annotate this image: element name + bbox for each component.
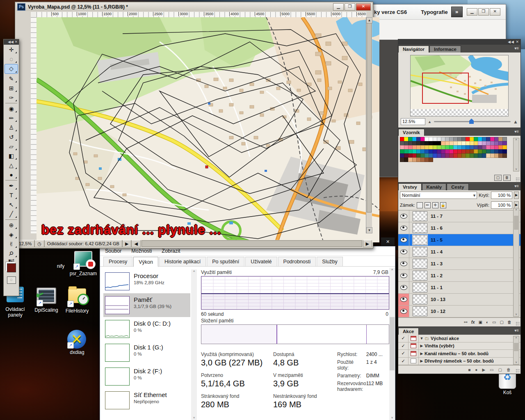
lock-pixels-icon[interactable]: ✏ bbox=[425, 202, 431, 208]
action-row[interactable]: ✓▼🗀Výchozí akce bbox=[398, 335, 520, 342]
tm-tab-podrobnosti[interactable]: Podrobnosti bbox=[278, 257, 316, 266]
path-selection-tool[interactable]: ↖ bbox=[5, 200, 18, 209]
delete-swatch-button[interactable]: 🗑 bbox=[503, 175, 511, 181]
tm-tab-historie-aplikací[interactable]: Historie aplikací bbox=[159, 257, 206, 266]
layer-thumbnail[interactable] bbox=[413, 235, 427, 245]
layer-visibility-toggle[interactable] bbox=[398, 222, 409, 234]
tab-layers[interactable]: Vrstvy bbox=[398, 183, 422, 190]
action-row[interactable]: ✓▶Dřevěný rámeček – 50 obr. bodů bbox=[398, 358, 520, 365]
crop-tool[interactable]: ⊞ bbox=[5, 84, 18, 93]
fill-value[interactable]: 100 % bbox=[491, 201, 512, 209]
layer-row[interactable]: 11 - 5 bbox=[398, 234, 520, 246]
layer-thumbnail[interactable] bbox=[413, 271, 427, 281]
scroll-down-arrow[interactable]: ▼ bbox=[366, 227, 372, 233]
layer-visibility-toggle[interactable] bbox=[398, 258, 409, 269]
lock-transparency-icon[interactable] bbox=[417, 202, 423, 208]
layer-row[interactable]: 11 - 7 bbox=[398, 210, 520, 222]
desktop-icon-dxdiag[interactable]: ↗ dxdiag bbox=[60, 330, 94, 356]
tab-actions[interactable]: Akce bbox=[398, 328, 419, 335]
doc-horizontal-scrollbar[interactable] bbox=[142, 240, 362, 247]
app-minimize-button[interactable]: ▁ bbox=[467, 8, 477, 16]
eraser-tool[interactable]: ▱ bbox=[5, 142, 18, 151]
layer-thumbnail[interactable] bbox=[413, 306, 427, 316]
color-swatch[interactable] bbox=[429, 158, 433, 162]
statusbar-expand-arrow[interactable]: ▶ bbox=[122, 240, 131, 247]
new-action-icon[interactable]: ▢ bbox=[498, 368, 502, 372]
blend-mode-dropdown[interactable]: Normální bbox=[400, 192, 477, 199]
action-dialog-toggle[interactable] bbox=[409, 350, 419, 357]
navigator-zoom-field[interactable]: 12.5% bbox=[401, 118, 425, 125]
hscroll-left-arrow[interactable]: ◀ bbox=[131, 240, 140, 247]
menu-soubor[interactable]: Soubor bbox=[105, 248, 121, 254]
tab-info[interactable]: Informace bbox=[429, 46, 461, 52]
tab-swatches[interactable]: Vzorník bbox=[398, 129, 425, 136]
healing-brush-tool[interactable]: ◉ bbox=[5, 104, 18, 113]
panel-menu-icon[interactable]: ▾≡ bbox=[514, 129, 519, 134]
action-dialog-toggle[interactable] bbox=[409, 342, 419, 350]
layer-thumbnail[interactable] bbox=[413, 259, 427, 269]
layer-row[interactable]: 11 - 1 bbox=[398, 282, 520, 294]
zoom-slider-handle[interactable] bbox=[469, 119, 474, 124]
expand-triangle-icon[interactable]: ▼ bbox=[419, 336, 425, 340]
taskmanager-scrollbar[interactable]: ˄˅ bbox=[389, 268, 395, 420]
new-group-icon[interactable]: ▭ bbox=[492, 320, 496, 324]
tab-paths[interactable]: Cesty bbox=[447, 183, 468, 190]
layer-visibility-toggle[interactable] bbox=[398, 282, 409, 293]
tm-tab-procesy[interactable]: Procesy bbox=[103, 257, 132, 266]
lock-all-icon[interactable]: 🔒 bbox=[440, 202, 446, 208]
zoom-out-icon[interactable]: ▲ bbox=[428, 120, 431, 124]
tm-tab-uživatelé[interactable]: Uživatelé bbox=[245, 257, 277, 266]
line-tool[interactable]: ╱ bbox=[5, 210, 18, 219]
layer-row[interactable]: 10 - 13 bbox=[398, 294, 520, 306]
marquee-tool[interactable]: ◌ bbox=[5, 55, 18, 64]
layer-thumbnail[interactable] bbox=[413, 283, 427, 292]
doc-restore-button[interactable]: ❐ bbox=[345, 3, 355, 11]
expand-triangle-icon[interactable]: ▶ bbox=[419, 359, 425, 363]
delete-layer-icon[interactable]: 🗑 bbox=[507, 320, 511, 324]
hand-tool[interactable]: ✌ bbox=[5, 240, 18, 249]
actions-scrollbar[interactable]: ˄˅ bbox=[513, 336, 519, 365]
lock-position-icon[interactable]: ✛ bbox=[432, 202, 438, 208]
tm-sidebar-disk-2-f-[interactable]: Disk 2 (F:)0 % bbox=[103, 365, 190, 388]
navigator-view-rectangle[interactable] bbox=[422, 73, 469, 104]
eyedropper-tool[interactable]: ✑ bbox=[5, 93, 18, 102]
panel-resize-grip[interactable] bbox=[516, 177, 520, 181]
link-layers-icon[interactable]: ⚯ bbox=[464, 320, 467, 324]
action-checkbox[interactable]: ✓ bbox=[398, 342, 409, 350]
layer-row[interactable]: 11 - 6 bbox=[398, 222, 520, 234]
panel-menu-icon[interactable]: ▾≡ bbox=[514, 328, 519, 333]
layer-row[interactable]: 11 - 4 bbox=[398, 246, 520, 258]
move-tool[interactable]: ✛ bbox=[5, 45, 18, 54]
layer-style-icon[interactable]: fx bbox=[471, 320, 475, 324]
tm-tab-služby[interactable]: Služby bbox=[317, 257, 343, 266]
desktop-icon-psr-zaznam[interactable]: ↗ psr_Zaznam bbox=[66, 249, 100, 277]
quick-selection-tool[interactable]: ✎ bbox=[5, 74, 18, 83]
tm-tab-výkon[interactable]: Výkon bbox=[133, 257, 158, 267]
delete-action-icon[interactable]: 🗑 bbox=[507, 368, 511, 372]
navigator-thumbnail[interactable] bbox=[410, 55, 509, 116]
layer-thumbnail[interactable] bbox=[413, 211, 427, 221]
scroll-up-arrow[interactable]: ▲ bbox=[366, 17, 372, 23]
new-layer-icon[interactable]: ▢ bbox=[500, 320, 504, 324]
opacity-spinner[interactable]: ▶ bbox=[514, 192, 519, 199]
sidebar-scrollbar[interactable]: ˄˅ bbox=[191, 269, 197, 420]
tm-sidebar-disk-1-g-[interactable]: Disk 1 (G:)0 % bbox=[103, 341, 190, 365]
workspace-switcher-left[interactable]: ky verze CS6 bbox=[374, 9, 407, 15]
app-restore-button[interactable]: ❐ bbox=[478, 8, 489, 16]
navigator-zoom-slider[interactable] bbox=[434, 121, 511, 122]
panel-menu-icon[interactable]: ▾≡ bbox=[514, 46, 519, 50]
clone-stamp-tool[interactable]: ♙ bbox=[5, 123, 18, 132]
record-action-icon[interactable]: ● bbox=[475, 368, 477, 372]
panel-menu-icon[interactable]: ▾≡ bbox=[514, 184, 519, 188]
document-titlebar[interactable]: Ps Vyroba_Mapa.psd @ 12,5% (11 - 5,RGB/8… bbox=[16, 3, 372, 11]
action-checkbox[interactable]: ✓ bbox=[398, 350, 409, 357]
layers-scrollbar[interactable]: ˄˅ bbox=[513, 208, 519, 317]
expand-triangle-icon[interactable]: ▶ bbox=[419, 344, 425, 348]
paint-bucket-tool[interactable]: ◧ bbox=[5, 151, 18, 160]
tm-sidebar-disk-0-c-d-[interactable]: Disk 0 (C: D:)0 % bbox=[103, 317, 190, 341]
document-canvas[interactable]: bez zadrhávání ... plynule ... bbox=[37, 17, 379, 242]
tm-tab-po-spuštění[interactable]: Po spuštění bbox=[207, 257, 244, 266]
foreground-color-swatch[interactable] bbox=[7, 263, 16, 272]
layer-row[interactable]: 10 - 12 bbox=[398, 306, 520, 317]
zoom-tool[interactable]: ⚲ bbox=[5, 249, 18, 258]
